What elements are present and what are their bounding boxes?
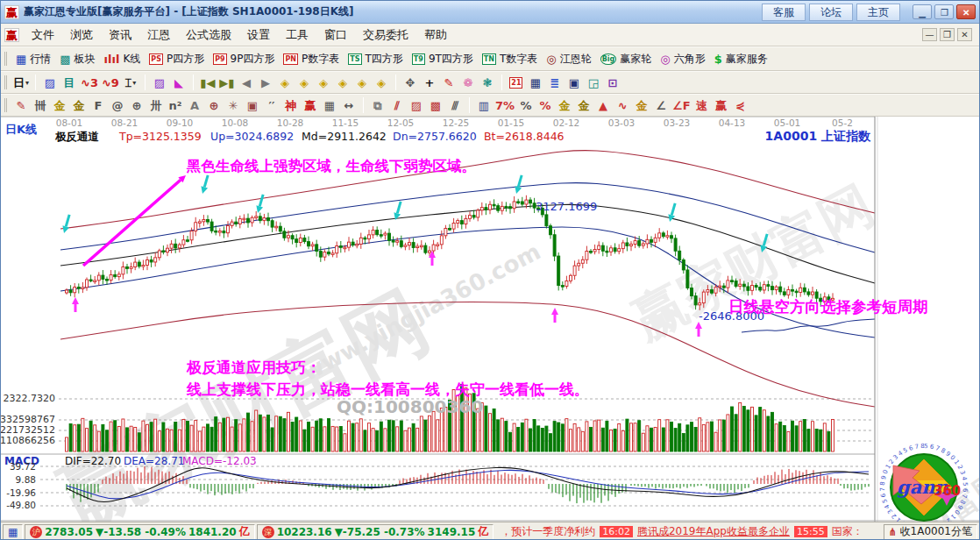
mdi-minimize-button[interactable]: — xyxy=(922,28,937,41)
tool-calculator[interactable]: ▦ xyxy=(526,74,545,91)
tool-export-print[interactable]: ⊡ xyxy=(603,74,622,91)
toolbar-t-number-table-button[interactable]: TNT数字表 xyxy=(478,50,543,68)
menu-item-browse[interactable]: 浏览 xyxy=(62,25,101,45)
toolbar-hexagon-button[interactable]: ◎六角形 xyxy=(656,50,709,68)
toolbar-9t-square-button[interactable]: T99T四方形 xyxy=(408,50,478,68)
tool-grid-block[interactable]: ▦ xyxy=(320,96,339,114)
forum-button[interactable]: 论坛 xyxy=(809,4,853,21)
tool-save-remote[interactable]: ◲ xyxy=(584,74,603,91)
tool-calendar[interactable]: 21 xyxy=(507,74,526,91)
news-item-1[interactable]: 腾讯成2019年App收益最多企业 xyxy=(637,524,790,539)
tool-save[interactable]: ▣ xyxy=(565,74,584,91)
tool-n-squared[interactable]: n² xyxy=(166,96,185,114)
toolbar-winner-service-button[interactable]: $赢家服务 xyxy=(710,50,772,68)
tool-candle-style[interactable]: ⌶▾ xyxy=(121,74,140,91)
tool-draw-pencil[interactable]: ✎ xyxy=(11,96,31,114)
tool-width-measure[interactable]: ↔ xyxy=(339,96,359,114)
toolbar-p-number-table-button[interactable]: PNP数字表 xyxy=(279,50,344,68)
tool-gold-circle[interactable]: 金 xyxy=(555,96,574,114)
mdi-close-button[interactable]: ✕ xyxy=(957,28,972,41)
tool-percent-red[interactable]: 7% xyxy=(494,96,516,114)
tool-fan-lines[interactable]: ⫽ xyxy=(387,96,407,114)
tool-gold-grid-1[interactable]: 金 xyxy=(50,96,69,114)
tool-stamp-pink[interactable]: ❁ xyxy=(458,74,478,91)
tool-diamond-right[interactable]: ◈ xyxy=(295,74,314,91)
menu-item-trade[interactable]: 交易委托 xyxy=(355,25,416,45)
tool-kline-period[interactable]: 日▾ xyxy=(11,74,31,91)
menu-item-settings[interactable]: 设置 xyxy=(239,25,278,45)
tool-four-angle[interactable]: ⋞ xyxy=(731,96,750,114)
tool-slant-lines[interactable]: ⫻ xyxy=(445,96,465,114)
tool-gann-comb[interactable]: 卌 xyxy=(31,96,50,114)
tool-gold-angle[interactable]: 金 xyxy=(632,96,651,114)
tool-shen-tool[interactable]: 神 xyxy=(281,96,301,114)
tool-diamond-expand-h[interactable]: ◈ xyxy=(314,74,333,91)
toolbar-gann-wheel-button[interactable]: ◎江恩轮 xyxy=(542,50,595,68)
tool-pattern-box[interactable]: ▨ xyxy=(40,74,60,91)
toolbar-winner-wheel-button[interactable]: Big赢家轮 xyxy=(596,50,657,68)
tool-diamond-shrink-all[interactable]: ◈ xyxy=(372,74,391,91)
customer-service-button[interactable]: 客服 xyxy=(762,4,806,21)
tool-box-lines[interactable]: ⧉ xyxy=(368,96,387,114)
menu-item-gann[interactable]: 江恩 xyxy=(139,25,178,45)
menu-item-window[interactable]: 窗口 xyxy=(316,25,355,45)
menu-item-file[interactable]: 文件 xyxy=(24,25,62,45)
mdi-restore-button[interactable]: ❐ xyxy=(940,28,955,41)
tool-wave-gold[interactable]: ∿ xyxy=(613,96,632,114)
menu-item-help[interactable]: 帮助 xyxy=(416,25,455,45)
tool-page-prev[interactable]: ◀ xyxy=(237,74,256,91)
tool-pivot-pen[interactable]: ▲ xyxy=(593,96,613,114)
news-ticker[interactable]: ，预计一季度净利约 16:02 腾讯成2019年App收益最多企业 15:55 … xyxy=(495,524,881,540)
menu-item-tools[interactable]: 工具 xyxy=(278,25,316,45)
tool-diamond-left[interactable]: ◈ xyxy=(275,74,295,91)
tool-comb-2[interactable]: 卅 xyxy=(146,96,166,114)
tool-dense-box[interactable]: ▩ xyxy=(426,96,445,114)
tool-speed-angle[interactable]: 速 xyxy=(692,96,712,114)
tool-notes[interactable]: ≣ xyxy=(545,74,565,91)
tool-f-grid[interactable]: F xyxy=(89,96,108,114)
tool-compass-target[interactable]: ⊕ xyxy=(204,96,224,114)
sz-index-quote[interactable]: 深 10223.16 ▼-75.25 -0.73% 3149.15亿 xyxy=(257,524,494,540)
close-button[interactable]: ✕ xyxy=(956,4,976,19)
kline-chart[interactable]: 赢家财富网www.yingjia360.com赢家财富网赢家财富网08-0108… xyxy=(1,117,980,522)
toolbar-p-square-button[interactable]: PSP四方形 xyxy=(145,50,209,68)
tool-annotate-pen[interactable]: ✎ xyxy=(439,74,458,91)
toolbar-t-square-button[interactable]: TST四方形 xyxy=(344,50,408,68)
tool-info-note[interactable]: 目 xyxy=(60,74,79,91)
tool-clock-circle[interactable]: ⊕ xyxy=(127,96,146,114)
tool-last-page[interactable]: ▶▮ xyxy=(217,74,237,91)
toolbar-kline-button[interactable]: ılılK线 xyxy=(100,50,146,68)
restore-button[interactable]: ❐ xyxy=(934,4,954,19)
market-grid-button[interactable]: ▦ xyxy=(3,524,23,540)
tool-percent-line[interactable]: % xyxy=(536,96,555,114)
tool-diamond-shrink-h[interactable]: ◈ xyxy=(333,74,352,91)
tool-crosshair-tool[interactable]: + xyxy=(420,74,439,91)
tool-a-ruler[interactable]: A xyxy=(185,96,204,114)
tool-gold-line[interactable]: 金 xyxy=(574,96,593,114)
tool-f-angle[interactable]: ∠F xyxy=(671,96,692,114)
toolbar-quotes-button[interactable]: ▦行情 xyxy=(11,50,55,68)
tool-grid-circle[interactable]: ▣ xyxy=(243,96,262,114)
toolbar-9p-square-button[interactable]: P99P四方形 xyxy=(209,50,279,68)
tool-wave-9[interactable]: ∿9 xyxy=(100,74,121,91)
tool-diamond-expand-all[interactable]: ◈ xyxy=(352,74,372,91)
tool-wave-3[interactable]: ∿3 xyxy=(79,74,100,91)
tool-percent-gray[interactable]: % xyxy=(516,96,536,114)
tool-gold-grid-2[interactable]: 金 xyxy=(69,96,89,114)
tool-stamp-teal[interactable]: ❃ xyxy=(478,74,497,91)
tool-k-marks[interactable]: ′′ xyxy=(262,96,281,114)
tool-hand-tool[interactable]: ✥ xyxy=(401,74,420,91)
minimize-button[interactable]: ▁ xyxy=(913,4,932,19)
menu-item-news[interactable]: 资讯 xyxy=(101,25,139,45)
news-item-2[interactable]: 国家： xyxy=(832,524,863,539)
sh-index-quote[interactable]: 沪 2783.05 ▼-13.58 -0.49% 1841.20亿 xyxy=(25,524,254,540)
homepage-button[interactable]: 主页 xyxy=(856,4,900,21)
tool-spiral[interactable]: @ xyxy=(108,96,127,114)
tool-fx-pattern[interactable]: ▨ xyxy=(150,74,169,91)
toolbar-sectors-button[interactable]: ▩板块 xyxy=(55,50,99,68)
tool-first-page[interactable]: ▮◀ xyxy=(198,74,217,91)
tool-bar-table[interactable]: ▥ xyxy=(474,96,494,114)
tool-ying-tool[interactable]: 赢 xyxy=(301,96,320,114)
menu-item-formula-pick[interactable]: 公式选股 xyxy=(178,25,239,45)
tool-ying-angle[interactable]: 赢 xyxy=(712,96,731,114)
